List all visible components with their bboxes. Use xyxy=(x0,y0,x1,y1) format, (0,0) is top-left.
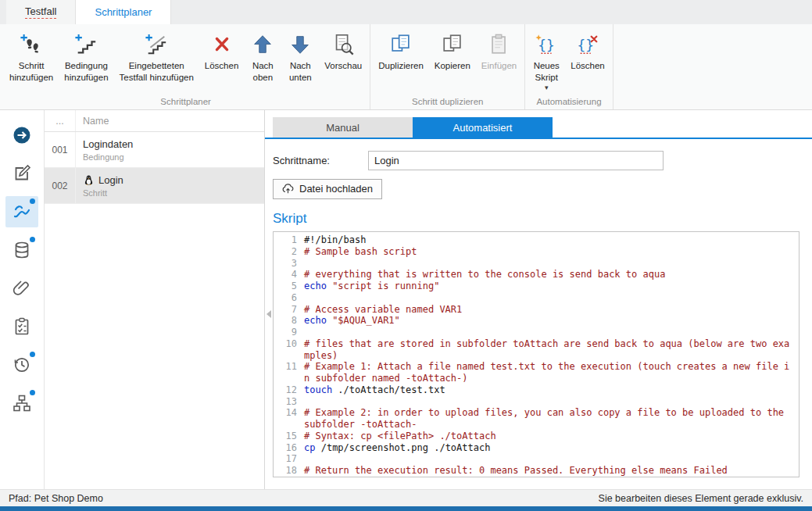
editor-tabbar: ManualAutomatisiert xyxy=(265,117,812,139)
sidebar-item-checklist[interactable] xyxy=(5,311,38,342)
code-text xyxy=(304,327,795,338)
paste-icon xyxy=(486,31,513,58)
code-line: 10# files that are stored in subfolder t… xyxy=(274,338,795,362)
arrow-up-icon xyxy=(249,31,276,58)
notification-dot xyxy=(30,237,35,242)
document-tab-label: Schrittplaner xyxy=(95,6,152,18)
ribbon-group-schritt-duplizieren: DuplizierenKopierenEinfügenSchritt dupli… xyxy=(370,24,525,109)
sidebar xyxy=(0,110,45,489)
line-number: 15 xyxy=(274,431,304,442)
code-line: 11# Example 1: Attach a file named test.… xyxy=(274,361,795,384)
ribbon-button-preview[interactable]: Vorschau xyxy=(319,28,367,75)
line-number: 6 xyxy=(274,292,304,304)
code-editor[interactable]: 1#!/bin/bash2# Sample bash script3 4# ev… xyxy=(273,231,799,477)
sidebar-item-dependencies[interactable] xyxy=(5,388,38,419)
steps-column-name[interactable]: Name xyxy=(76,110,109,131)
sidebar-item-attachments[interactable] xyxy=(5,273,38,304)
step-name-label: Schrittname: xyxy=(273,155,368,166)
ribbon-button-move-down[interactable]: Nach unten xyxy=(281,28,319,87)
duplicate-icon xyxy=(388,31,414,58)
sitemap-icon xyxy=(13,394,31,413)
code-line: 13 xyxy=(274,396,795,408)
step-name-input[interactable] xyxy=(368,151,664,170)
ribbon: Schritt hinzufügenBedingung hinzufügenEi… xyxy=(0,24,812,110)
ribbon-button-move-up[interactable]: Nach oben xyxy=(244,28,281,87)
database-icon xyxy=(13,241,31,259)
code-line: 1#!/bin/bash xyxy=(274,234,795,246)
code-text: # Example 2: in order to upload files, y… xyxy=(304,407,795,431)
preview-icon xyxy=(330,31,356,58)
collapse-panel-handle[interactable] xyxy=(265,304,272,324)
ribbon-button-add-step[interactable]: Schritt hinzufügen xyxy=(4,28,59,87)
ribbon-button-label: Löschen xyxy=(571,60,604,72)
ribbon-button-add-embedded-testcase[interactable]: Eingebetteten Testfall hinzufügen xyxy=(114,28,199,87)
line-number: 10 xyxy=(274,338,304,362)
code-line: 17 xyxy=(274,453,795,465)
sidebar-item-test-data[interactable] xyxy=(5,234,38,266)
code-text: exit 0 xyxy=(304,477,795,477)
line-number: 17 xyxy=(274,453,304,465)
step-row[interactable]: 002LoginSchritt xyxy=(45,168,264,204)
statusbar: Pfad: Pet Shop Demo Sie bearbeiten diese… xyxy=(0,489,812,506)
code-text xyxy=(304,453,795,465)
code-text: # Access variable named VAR1 xyxy=(304,304,795,316)
line-number: 18 xyxy=(274,465,304,477)
ribbon-button-delete-step[interactable]: Löschen xyxy=(199,28,244,75)
upload-file-button[interactable]: Datei hochladen xyxy=(273,179,382,199)
dropdown-chevron-icon[interactable]: ▾ xyxy=(545,84,549,91)
ribbon-button-add-condition[interactable]: Bedingung hinzufügen xyxy=(59,28,113,87)
steps-squiggle-icon xyxy=(13,202,31,221)
ribbon-button-new-script[interactable]: {}Neues Skript▾ xyxy=(528,28,565,95)
line-number: 9 xyxy=(274,327,304,338)
add-embedded-testcase-icon xyxy=(143,31,170,58)
ribbon-button-paste[interactable]: Einfügen xyxy=(476,28,522,75)
code-text: # Example 1: Attach a file named test.tx… xyxy=(304,361,795,384)
line-number: 8 xyxy=(274,315,304,327)
code-text: # files that are stored in subfolder toA… xyxy=(304,338,795,362)
svg-text:{}: {} xyxy=(538,37,555,53)
code-line: 14# Example 2: in order to upload files,… xyxy=(274,407,795,431)
ribbon-button-delete-script[interactable]: {}Löschen xyxy=(565,28,610,75)
line-number: 5 xyxy=(274,281,304,292)
code-text: #!/bin/bash xyxy=(304,234,795,246)
line-number: 2 xyxy=(274,246,304,258)
sidebar-item-history[interactable] xyxy=(5,349,38,381)
steps-list: 001LogindatenBedingung002LoginSchritt xyxy=(45,132,264,489)
ribbon-button-label: Nach oben xyxy=(252,60,274,84)
line-number: 13 xyxy=(274,396,304,408)
code-line: 7# Access variable named VAR1 xyxy=(274,304,795,316)
code-line: 9 xyxy=(274,327,795,338)
document-tab-schrittplaner[interactable]: Schrittplaner xyxy=(76,0,171,24)
ribbon-button-label: Löschen xyxy=(205,60,238,72)
delete-icon xyxy=(209,31,235,58)
code-line: 18# Return the execution result: 0 means… xyxy=(274,465,795,477)
steps-column-menu[interactable]: ... xyxy=(45,110,76,131)
upload-cloud-icon xyxy=(282,183,294,195)
code-line: 8echo "$AQUA_VAR1" xyxy=(274,315,795,327)
svg-text:{}: {} xyxy=(577,37,593,53)
ribbon-button-label: Eingebetteten Testfall hinzufügen xyxy=(120,60,194,84)
ribbon-button-duplicate[interactable]: Duplizieren xyxy=(373,28,429,75)
code-text: # Syntax: cp <filePath> ./toAttach xyxy=(304,431,795,442)
step-row[interactable]: 001LogindatenBedingung xyxy=(45,132,264,168)
line-number: 1 xyxy=(274,234,304,246)
steps-list-header: ... Name xyxy=(45,110,264,132)
code-text xyxy=(304,292,795,304)
code-line: 16cp /tmp/screenshot.png ./toAttach xyxy=(274,442,795,454)
sidebar-item-steps[interactable] xyxy=(5,196,38,227)
tab-manual[interactable]: Manual xyxy=(273,117,413,138)
document-tab-testfall[interactable]: Testfall xyxy=(6,0,76,24)
tab-automatisiert[interactable]: Automatisiert xyxy=(413,117,553,138)
sidebar-item-description[interactable] xyxy=(5,158,38,189)
code-line: 3 xyxy=(274,258,795,270)
clipboard-check-icon xyxy=(13,317,31,336)
code-text: # Return the execution result: 0 means P… xyxy=(304,465,795,477)
history-clock-icon xyxy=(13,356,31,374)
statusbar-lock-info: Sie bearbeiten dieses Element gerade exk… xyxy=(599,493,803,504)
line-number: 14 xyxy=(274,407,304,431)
sidebar-item-details[interactable] xyxy=(5,120,38,151)
ribbon-group-automatisierung: {}Neues Skript▾{}LöschenAutomatisierung xyxy=(525,24,613,109)
ribbon-button-copy[interactable]: Kopieren xyxy=(429,28,476,75)
step-number: 001 xyxy=(45,132,76,167)
ribbon-button-label: Bedingung hinzufügen xyxy=(64,60,108,84)
